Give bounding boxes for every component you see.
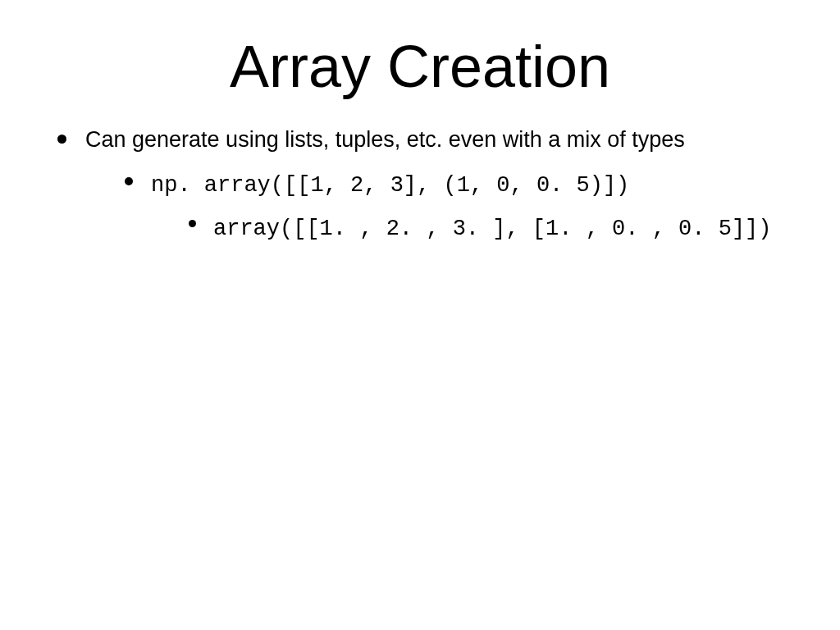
list-item: array([[1. , 2. , 3. ], [1. , 0. , 0. 5]…: [184, 212, 791, 244]
slide-body: Can generate using lists, tuples, etc. e…: [0, 100, 840, 244]
code-text: array([[1. , 2. , 3. ], [1. , 0. , 0. 5]…: [213, 217, 772, 241]
bullet-list: np. array([[1, 2, 3], (1, 0, 0. 5)]) arr…: [118, 169, 791, 244]
bullet-list: array([[1. , 2. , 3. ], [1. , 0. , 0. 5]…: [184, 212, 791, 244]
code-text: np. array([[1, 2, 3], (1, 0, 0. 5)]): [151, 173, 629, 198]
bullet-text: Can generate using lists, tuples, etc. e…: [85, 127, 685, 152]
bullet-list: Can generate using lists, tuples, etc. e…: [49, 125, 791, 244]
slide-title: Array Creation: [0, 0, 840, 100]
list-item: Can generate using lists, tuples, etc. e…: [49, 125, 791, 244]
slide: Array Creation Can generate using lists,…: [0, 0, 840, 630]
list-item: np. array([[1, 2, 3], (1, 0, 0. 5)]) arr…: [118, 169, 791, 244]
